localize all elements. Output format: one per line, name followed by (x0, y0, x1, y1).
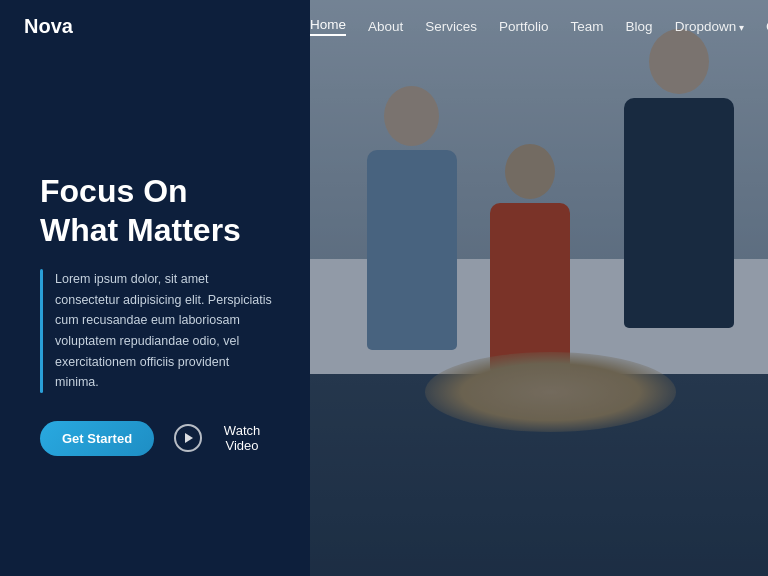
nav-item-services[interactable]: Services (425, 19, 477, 34)
watch-video-label: Watch Video (210, 423, 274, 453)
nav-item-about[interactable]: About (368, 19, 403, 34)
nav-menu: Home About Services Portfolio Team Blog … (310, 17, 768, 36)
cta-buttons: Get Started Watch Video (40, 421, 274, 456)
hero-description: Lorem ipsum dolor, sit amet consectetur … (55, 269, 274, 393)
nav-item-dropdown[interactable]: Dropdown (675, 19, 744, 34)
navbar: Nova Home About Services Portfolio Team … (0, 0, 768, 52)
hero-description-wrapper: Lorem ipsum dolor, sit amet consectetur … (40, 269, 274, 393)
hero-left-bar (40, 269, 43, 393)
page-wrapper: Nova Home About Services Portfolio Team … (0, 0, 768, 576)
nav-item-home[interactable]: Home (310, 17, 346, 36)
get-started-button[interactable]: Get Started (40, 421, 154, 456)
right-panel (310, 0, 768, 576)
nav-item-portfolio[interactable]: Portfolio (499, 19, 549, 34)
play-icon (174, 424, 202, 452)
hero-overlay (310, 0, 768, 576)
hero-content: Focus On What Matters Lorem ipsum dolor,… (0, 52, 310, 576)
nav-item-team[interactable]: Team (571, 19, 604, 34)
nav-item-blog[interactable]: Blog (626, 19, 653, 34)
watch-video-button[interactable]: Watch Video (174, 423, 274, 453)
play-triangle-icon (185, 433, 193, 443)
brand-logo[interactable]: Nova (24, 15, 310, 38)
hero-title: Focus On What Matters (40, 172, 274, 249)
